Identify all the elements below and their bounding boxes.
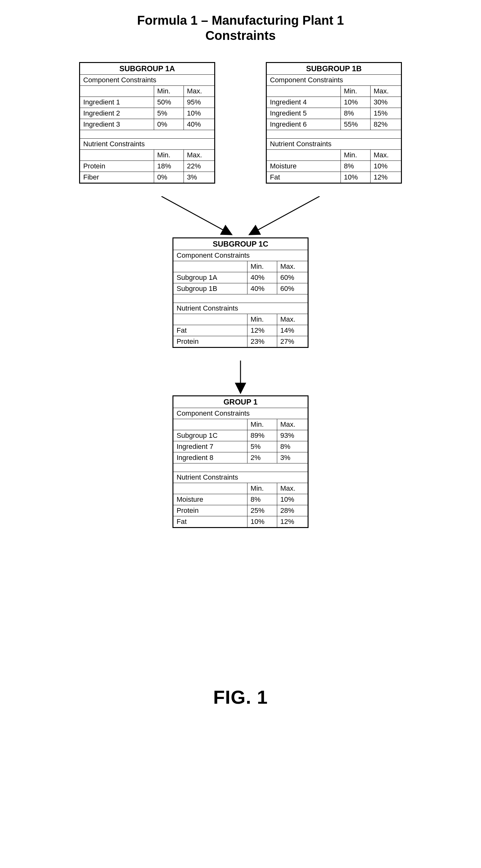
- table-title: SUBGROUP 1B: [266, 63, 402, 75]
- row-max: 14%: [277, 325, 308, 336]
- component-constraints-header: Component Constraints: [173, 408, 308, 419]
- nutrient-constraints-header: Nutrient Constraints: [173, 303, 308, 314]
- nutrient-constraints-header: Nutrient Constraints: [80, 138, 215, 150]
- row-min: 18%: [154, 161, 184, 172]
- component-row: Ingredient 410%30%: [266, 97, 402, 108]
- row-min: 0%: [154, 119, 184, 130]
- min-header: Min.: [247, 261, 277, 272]
- title-line-2: Constraints: [205, 29, 276, 42]
- blank-cell: [173, 419, 248, 430]
- row-name: Moisture: [173, 494, 248, 505]
- nutrient-row: Moisture8%10%: [173, 494, 308, 505]
- figure-label: FIG. 1: [13, 686, 468, 708]
- spacer-row: [173, 294, 308, 303]
- row-min: 5%: [247, 441, 277, 452]
- component-constraints-header: Component Constraints: [80, 75, 215, 86]
- blank-cell: [80, 150, 154, 161]
- min-header: Min.: [341, 150, 370, 161]
- row-name: Protein: [173, 336, 248, 348]
- diagram-page: Formula 1 – Manufacturing Plant 1 Constr…: [13, 13, 468, 708]
- row-name: Protein: [80, 161, 154, 172]
- arrow-mid-to-bot: [225, 361, 256, 395]
- row-min: 8%: [341, 161, 370, 172]
- min-header: Min.: [247, 483, 277, 494]
- row-max: 8%: [277, 441, 308, 452]
- row-max: 10%: [184, 108, 215, 119]
- component-row: Subgroup 1B40%60%: [173, 283, 308, 294]
- row-name: Fat: [173, 325, 248, 336]
- row-max: 40%: [184, 119, 215, 130]
- row-max: 30%: [370, 97, 401, 108]
- row-name: Subgroup 1A: [173, 272, 248, 283]
- row-max: 60%: [277, 272, 308, 283]
- min-header: Min.: [247, 419, 277, 430]
- blank-cell: [173, 261, 248, 272]
- row-max: 15%: [370, 108, 401, 119]
- page-title: Formula 1 – Manufacturing Plant 1 Constr…: [13, 13, 468, 43]
- nutrient-row: Protein18%22%: [80, 161, 215, 172]
- table-title: SUBGROUP 1C: [173, 238, 308, 250]
- table-subgroup-1a: SUBGROUP 1AComponent ConstraintsMin.Max.…: [79, 62, 215, 184]
- table-subgroup-1b: SUBGROUP 1BComponent ConstraintsMin.Max.…: [266, 62, 402, 184]
- component-row: Ingredient 25%10%: [80, 108, 215, 119]
- spacer-row: [173, 463, 308, 472]
- top-tables-row: SUBGROUP 1AComponent ConstraintsMin.Max.…: [13, 62, 468, 184]
- row-min: 8%: [247, 494, 277, 505]
- row-name: Ingredient 1: [80, 97, 154, 108]
- component-row: Subgroup 1A40%60%: [173, 272, 308, 283]
- table-title: GROUP 1: [173, 396, 308, 408]
- blank-cell: [80, 86, 154, 97]
- row-max: 10%: [277, 494, 308, 505]
- row-name: Fat: [266, 172, 341, 183]
- row-min: 23%: [247, 336, 277, 348]
- blank-cell: [266, 150, 341, 161]
- row-name: Ingredient 7: [173, 441, 248, 452]
- max-header: Max.: [370, 86, 401, 97]
- row-min: 40%: [247, 283, 277, 294]
- row-name: Ingredient 6: [266, 119, 341, 130]
- bot-table-row: GROUP 1Component ConstraintsMin.Max.Subg…: [13, 395, 468, 528]
- row-min: 12%: [247, 325, 277, 336]
- table-subgroup-1c: SUBGROUP 1CComponent ConstraintsMin.Max.…: [172, 238, 309, 348]
- component-row: Ingredient 82%3%: [173, 452, 308, 463]
- component-constraints-header: Component Constraints: [173, 250, 308, 261]
- component-row: Ingredient 655%82%: [266, 119, 402, 130]
- mid-table-row: SUBGROUP 1CComponent ConstraintsMin.Max.…: [13, 238, 468, 348]
- row-name: Ingredient 3: [80, 119, 154, 130]
- row-min: 2%: [247, 452, 277, 463]
- row-min: 10%: [341, 172, 370, 183]
- row-max: 28%: [277, 505, 308, 516]
- component-row: Ingredient 75%8%: [173, 441, 308, 452]
- row-name: Subgroup 1B: [173, 283, 248, 294]
- row-name: Moisture: [266, 161, 341, 172]
- component-row: Ingredient 58%15%: [266, 108, 402, 119]
- row-name: Fat: [173, 516, 248, 528]
- row-max: 10%: [370, 161, 401, 172]
- min-header: Min.: [247, 314, 277, 325]
- blank-cell: [173, 483, 248, 494]
- row-max: 60%: [277, 283, 308, 294]
- nutrient-row: Protein25%28%: [173, 505, 308, 516]
- nutrient-constraints-header: Nutrient Constraints: [266, 138, 402, 150]
- max-header: Max.: [184, 86, 215, 97]
- row-name: Fiber: [80, 172, 154, 183]
- row-max: 3%: [184, 172, 215, 183]
- row-min: 5%: [154, 108, 184, 119]
- min-header: Min.: [341, 86, 370, 97]
- blank-cell: [173, 314, 248, 325]
- row-min: 89%: [247, 430, 277, 441]
- row-max: 93%: [277, 430, 308, 441]
- nutrient-row: Fiber0%3%: [80, 172, 215, 183]
- row-min: 10%: [247, 516, 277, 528]
- blank-cell: [266, 86, 341, 97]
- nutrient-row: Fat10%12%: [266, 172, 402, 183]
- row-name: Protein: [173, 505, 248, 516]
- max-header: Max.: [277, 314, 308, 325]
- max-header: Max.: [277, 261, 308, 272]
- max-header: Max.: [184, 150, 215, 161]
- row-max: 12%: [370, 172, 401, 183]
- nutrient-row: Moisture8%10%: [266, 161, 402, 172]
- arrows-top-to-mid: [82, 196, 399, 238]
- row-min: 25%: [247, 505, 277, 516]
- min-header: Min.: [154, 86, 184, 97]
